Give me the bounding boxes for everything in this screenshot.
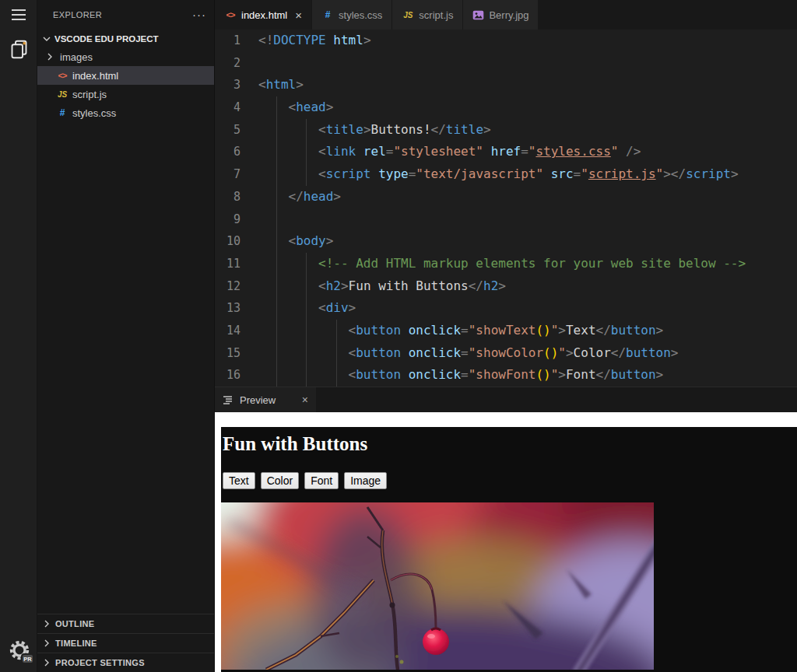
preview-button-row: Text Color Font Image <box>223 472 797 489</box>
code-line[interactable]: 5 <title>Buttons!</title> <box>215 119 797 142</box>
tab-index-html[interactable]: <> index.html × <box>215 0 312 30</box>
code-line[interactable]: 11 <!-- Add HTML markup elements for you… <box>215 253 797 275</box>
tab-label: script.js <box>419 9 453 21</box>
sidebar-item-script-js[interactable]: JS script.js <box>37 85 214 103</box>
line-number: 5 <box>215 119 258 142</box>
preview-heading: Fun with Buttons <box>221 427 797 455</box>
explorer-sidebar: EXPLORER ··· VSCODE EDU PROJECT images <… <box>37 0 215 672</box>
line-number: 7 <box>215 163 258 186</box>
line-number: 4 <box>215 96 258 119</box>
code-line[interactable]: 14 <button onclick="showText()">Text</bu… <box>215 320 797 342</box>
preview-icon <box>223 394 233 405</box>
section-outline[interactable]: OUTLINE <box>37 614 214 633</box>
indent-guide <box>276 96 277 387</box>
tab-styles-css[interactable]: # styles.css <box>312 0 392 30</box>
section-label: OUTLINE <box>55 619 94 628</box>
section-label: TIMELINE <box>55 639 97 648</box>
code-line[interactable]: 10 <body> <box>215 230 797 253</box>
tab-script-js[interactable]: JS script.js <box>392 0 463 30</box>
sidebar-item-index-html[interactable]: <> index.html <box>37 66 214 85</box>
indent-guide <box>306 119 307 186</box>
panel-tab-label: Preview <box>240 394 276 406</box>
close-icon[interactable]: × <box>302 394 308 406</box>
color-button[interactable]: Color <box>261 472 299 489</box>
explorer-title: EXPLORER <box>53 10 102 19</box>
settings-gear-icon[interactable]: PR <box>8 639 31 662</box>
line-number: 13 <box>215 297 258 320</box>
vscode-window: PR EXPLORER ··· VSCODE EDU PROJECT image… <box>0 0 797 672</box>
js-file-icon: JS <box>56 90 68 99</box>
text-button[interactable]: Text <box>223 472 255 489</box>
image-button[interactable]: Image <box>344 472 387 489</box>
image-file-icon <box>472 10 484 20</box>
folder-label: images <box>60 51 93 63</box>
chevron-right-icon <box>40 637 53 649</box>
chevron-right-icon <box>40 656 53 669</box>
code-line[interactable]: 1<!DOCTYPE html> <box>215 30 797 52</box>
code-line[interactable]: 7 <script type="text/javascript" src="sc… <box>215 163 797 186</box>
tab-berry-jpg[interactable]: Berry.jpg <box>463 0 539 30</box>
section-timeline[interactable]: TIMELINE <box>37 633 214 653</box>
code-line[interactable]: 13 <div> <box>215 297 797 320</box>
code-editor[interactable]: 1<!DOCTYPE html>23<html>4 <head>5 <title… <box>215 30 797 387</box>
html-file-icon: <> <box>224 10 237 19</box>
line-number: 14 <box>215 320 258 342</box>
section-project-settings[interactable]: PROJECT SETTINGS <box>37 653 214 672</box>
sidebar-item-images[interactable]: images <box>37 47 214 66</box>
file-label: script.js <box>72 89 107 100</box>
line-number: 2 <box>215 52 258 75</box>
line-number: 6 <box>215 141 258 163</box>
close-icon[interactable]: × <box>295 9 302 22</box>
line-number: 15 <box>215 342 258 365</box>
tab-label: styles.css <box>339 9 382 21</box>
indent-guide <box>306 253 307 387</box>
more-actions-icon[interactable]: ··· <box>192 11 206 19</box>
code-line[interactable]: 3<html> <box>215 74 797 96</box>
line-number: 8 <box>215 186 258 208</box>
code-line[interactable]: 6 <link rel="stylesheet" href="styles.cs… <box>215 141 797 163</box>
js-file-icon: JS <box>402 11 414 19</box>
file-label: styles.css <box>72 107 116 119</box>
html-file-icon: <> <box>56 71 68 80</box>
preview-page-body: Fun with Buttons Text Color Font Image <box>221 427 797 672</box>
css-file-icon: # <box>321 9 334 20</box>
code-line[interactable]: 16 <button onclick="showFont()">Font</bu… <box>215 364 797 387</box>
code-area: 1<!DOCTYPE html>23<html>4 <head>5 <title… <box>215 30 797 387</box>
line-number: 11 <box>215 253 258 275</box>
css-file-icon: # <box>56 107 68 118</box>
panel-tab-bar: Preview × <box>215 387 797 412</box>
chevron-right-icon <box>44 51 56 63</box>
code-line[interactable]: 9 <box>215 208 797 231</box>
root-folder-label: VSCODE EDU PROJECT <box>54 34 159 44</box>
line-number: 9 <box>215 208 258 231</box>
chevron-right-icon <box>40 618 53 630</box>
activity-bar: PR <box>0 0 37 672</box>
berry-image <box>221 502 654 670</box>
preview-webview: Fun with Buttons Text Color Font Image <box>215 412 797 672</box>
root-folder-row[interactable]: VSCODE EDU PROJECT <box>37 30 214 47</box>
line-number: 12 <box>215 275 258 298</box>
tab-label: index.html <box>241 9 287 21</box>
explorer-files-icon[interactable] <box>9 39 30 63</box>
tab-preview-panel[interactable]: Preview × <box>215 387 316 412</box>
font-button[interactable]: Font <box>304 472 339 489</box>
code-line[interactable]: 8 </head> <box>215 186 797 208</box>
file-label: index.html <box>72 70 118 82</box>
code-line[interactable]: 15 <button onclick="showColor()">Color</… <box>215 342 797 365</box>
code-line[interactable]: 2 <box>215 52 797 75</box>
editor-tab-bar: <> index.html × # styles.css JS script.j… <box>215 0 797 30</box>
line-number: 1 <box>215 30 258 52</box>
tab-label: Berry.jpg <box>489 9 528 21</box>
editor-group: <> index.html × # styles.css JS script.j… <box>215 0 797 672</box>
line-number: 10 <box>215 230 258 253</box>
menu-icon[interactable] <box>12 9 26 20</box>
chevron-down-icon <box>40 33 53 45</box>
code-line[interactable]: 4 <head> <box>215 96 797 119</box>
section-label: PROJECT SETTINGS <box>55 658 145 667</box>
sidebar-item-styles-css[interactable]: # styles.css <box>37 103 214 122</box>
code-line[interactable]: 12 <h2>Fun with Buttons</h2> <box>215 275 797 298</box>
line-number: 16 <box>215 364 258 387</box>
profile-badge[interactable]: PR <box>21 653 34 664</box>
line-number: 3 <box>215 74 258 96</box>
indent-guide <box>336 320 337 387</box>
